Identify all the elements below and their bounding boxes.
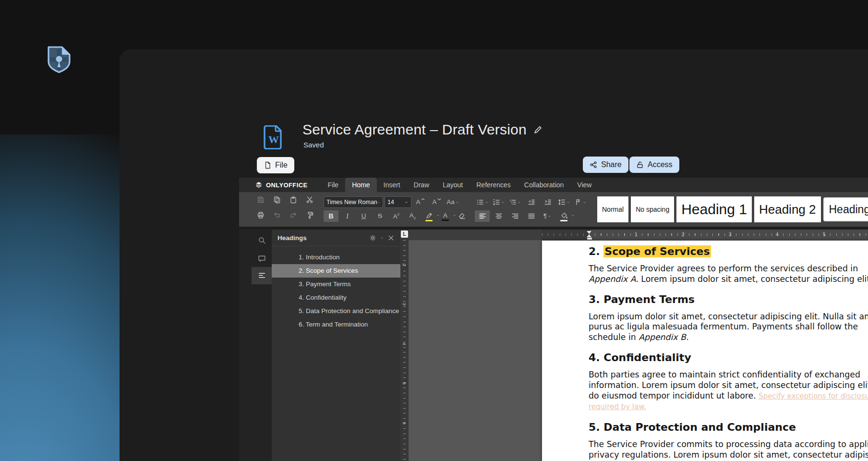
paste-icon [289, 196, 297, 204]
hanging-indent-marker[interactable] [587, 234, 591, 237]
layers-icon [255, 181, 263, 189]
file-menu-button[interactable]: File [257, 157, 294, 173]
bold-button[interactable]: B [324, 210, 338, 222]
align-center-button[interactable] [491, 210, 506, 222]
sidebar-search-button[interactable] [258, 236, 266, 246]
section-title: Scope of Services [603, 245, 711, 257]
menu-tab-file[interactable]: File [321, 178, 346, 192]
security-shield-logo [45, 43, 73, 73]
navigation-icon [258, 271, 266, 279]
menu-tab-collaboration[interactable]: Collaboration [518, 178, 571, 192]
heading-nav-item[interactable]: 5. Data Protection and Compliance [272, 304, 400, 318]
align-left-button[interactable] [475, 210, 490, 222]
menubar: ONLYOFFICE FileHomeInsertDrawLayoutRefer… [239, 178, 868, 192]
section-title: Data Protection and Compliance [603, 421, 796, 433]
word-document-icon: W [262, 125, 284, 149]
decrease-indent-button[interactable] [524, 196, 539, 208]
redo-button[interactable] [285, 209, 301, 221]
vertical-ruler[interactable]: L 234567 [400, 230, 409, 461]
superscript-button[interactable]: A2 [389, 210, 404, 222]
section-number: 2. [589, 245, 603, 257]
text-run: The Service Provider commits to processi… [589, 439, 868, 461]
line-spacing-button[interactable] [556, 196, 571, 208]
numbered-list-button[interactable] [491, 196, 506, 208]
style-normal[interactable]: Normal [597, 196, 628, 222]
close-icon[interactable] [387, 234, 395, 242]
ruler-strip: 1234567 [409, 230, 868, 240]
cut-icon [306, 196, 313, 204]
save-icon [257, 196, 265, 204]
style-label: Normal [602, 206, 624, 213]
menu-tab-view[interactable]: View [570, 178, 598, 192]
align-justify-button[interactable] [524, 210, 539, 222]
increase-font-button[interactable]: A [413, 196, 428, 208]
document-workspace: 1234567 2. Scope of ServicesThe Service … [409, 230, 868, 461]
copy-button[interactable] [269, 194, 285, 206]
change-case-button[interactable]: Aa [446, 196, 460, 208]
menu-tab-layout[interactable]: Layout [436, 178, 470, 192]
line-spacing-icon [558, 198, 566, 206]
paragraph-direction-button[interactable] [573, 196, 588, 208]
underline-button[interactable]: U [356, 210, 371, 222]
bullet-list-button[interactable] [475, 196, 490, 208]
menu-tab-home[interactable]: Home [345, 178, 376, 192]
sidebar-comments-button[interactable] [258, 255, 266, 265]
rename-icon[interactable] [533, 125, 543, 134]
multilevel-list-button[interactable] [507, 196, 522, 208]
document-content: 2. Scope of ServicesThe Service Provider… [542, 241, 868, 461]
section-number: 3. [589, 293, 603, 305]
style-heading-1[interactable]: Heading 1 [676, 196, 752, 222]
format-painter-button[interactable] [301, 209, 318, 221]
font-name-select[interactable]: Times New Roman [324, 196, 383, 208]
heading-nav-item[interactable]: 4. Confidentiality [272, 291, 400, 304]
chevron-down-icon [547, 214, 552, 218]
chevron-down-icon[interactable] [380, 236, 384, 240]
italic-button[interactable]: I [340, 210, 355, 222]
first-line-indent-marker[interactable] [587, 231, 591, 234]
gear-icon[interactable] [369, 234, 376, 242]
font-size-select[interactable]: 14 [385, 196, 411, 208]
paste-button[interactable] [285, 194, 301, 206]
heading-nav-item[interactable]: 6. Term and Termination [272, 318, 400, 331]
panel-title: Headings [277, 234, 369, 242]
subscript-button[interactable]: A2 [405, 210, 420, 222]
style-no-spacing[interactable]: No spacing [631, 196, 674, 222]
section-heading: 5. Data Protection and Compliance [589, 421, 868, 433]
save-status: Saved [303, 141, 324, 149]
share-button[interactable]: Share [583, 157, 628, 173]
left-indent-marker[interactable] [587, 238, 592, 240]
sidebar-navigation-button[interactable] [258, 271, 266, 281]
style-label: Heading 3 [829, 203, 868, 216]
clear-style-button[interactable] [454, 210, 469, 222]
horizontal-ruler[interactable]: 1234567 [542, 230, 868, 240]
heading-nav-item[interactable]: 2. Scope of Services [272, 264, 400, 278]
section-number: 5. [589, 421, 603, 433]
align-right-button[interactable] [507, 210, 522, 222]
strikethrough-button[interactable]: S [373, 210, 387, 222]
access-button[interactable]: Access [629, 157, 679, 173]
font-color-button[interactable]: A [438, 210, 453, 222]
paragraph-shading-button[interactable] [556, 210, 571, 222]
align-center-icon [495, 212, 503, 220]
ruler-number: 3 [729, 232, 732, 237]
menu-tab-references[interactable]: References [470, 178, 518, 192]
style-heading-3[interactable]: Heading 3 [823, 197, 868, 221]
heading-nav-item[interactable]: 1. Introduction [272, 251, 400, 264]
nonprinting-characters-button[interactable]: ¶ [540, 210, 555, 222]
increase-indent-button[interactable] [540, 196, 555, 208]
undo-button[interactable] [269, 209, 285, 221]
menu-tab-draw[interactable]: Draw [407, 178, 436, 192]
brand-label: ONLYOFFICE [266, 182, 308, 189]
menu-tab-insert[interactable]: Insert [377, 178, 407, 192]
tab-stop-selector[interactable]: L [401, 230, 408, 238]
section-heading: 3. Payment Terms [589, 293, 868, 305]
style-heading-2[interactable]: Heading 2 [754, 196, 821, 222]
file-icon [264, 161, 271, 169]
print-button[interactable] [253, 209, 269, 221]
cut-button[interactable] [301, 194, 318, 206]
decrease-font-button[interactable]: A [429, 196, 444, 208]
save-button[interactable] [253, 194, 269, 206]
heading-nav-item[interactable]: 3. Payment Terms [272, 278, 400, 291]
document-page[interactable]: 2. Scope of ServicesThe Service Provider… [542, 241, 868, 461]
highlight-color-button[interactable] [422, 210, 436, 222]
